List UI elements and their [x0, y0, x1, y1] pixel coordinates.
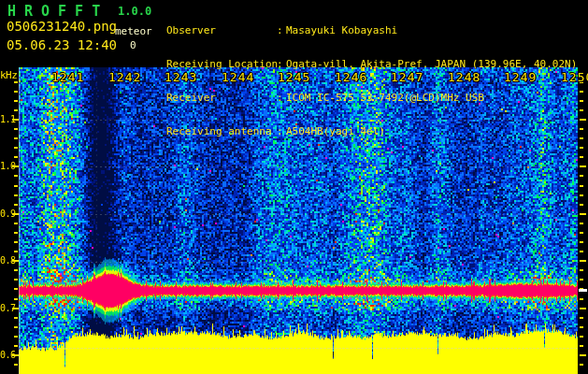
datetime-label: 05.06.23 12:40	[7, 37, 117, 52]
time-tick-label: 1245	[278, 70, 310, 84]
info-label: Observer	[166, 25, 277, 36]
freq-axis-unit: kHz	[0, 69, 17, 81]
info-colon: :	[277, 126, 286, 137]
info-row-observer: Observer:Masayuki Kobayashi	[166, 25, 577, 36]
time-tick-label: 1249	[504, 70, 537, 84]
info-row-antenna: Receiving antenna:A504HB(yagi 4el)	[166, 126, 577, 137]
info-label: Receiver	[166, 93, 277, 104]
time-tick-label: 1243	[165, 70, 197, 84]
freq-tick-label: 0.6	[0, 350, 19, 361]
time-tick-label: 1244	[222, 70, 254, 84]
freq-tick-label: 1.1	[0, 114, 19, 125]
time-tick-label: 1241	[51, 70, 84, 84]
info-label: Receiving antenna	[166, 126, 277, 137]
freq-tick-label: 1.0	[0, 161, 19, 172]
info-colon: :	[277, 93, 286, 104]
info-label: Receiving Location	[166, 59, 277, 70]
info-value: A504HB(yagi 4el)	[286, 126, 385, 137]
output-filename: 0506231240.png	[7, 19, 117, 34]
info-value: Ogata-vill. Akita-Pref. JAPAN (139.96E, …	[286, 59, 577, 70]
freq-tick-label: 0.8	[0, 255, 19, 266]
freq-tick-label: 0.7	[0, 303, 19, 314]
time-tick-label: 1248	[448, 70, 480, 84]
info-colon: :	[277, 25, 286, 36]
info-row-location: Receiving Location:Ogata-vill. Akita-Pre…	[166, 59, 577, 70]
time-tick-label: 1246	[335, 70, 367, 84]
meteor-count: 0	[130, 39, 136, 51]
info-value: ICOM IC-575 53.7492(@LCD)MHz USB	[286, 93, 484, 104]
time-tick-label: 1250	[561, 70, 588, 84]
app-title: HROFFT	[7, 3, 108, 20]
freq-tick-label: 0.9	[0, 209, 19, 220]
info-value: Masayuki Kobayashi	[286, 25, 397, 36]
mode-label: meteor	[115, 25, 152, 37]
time-tick-label: 1247	[391, 70, 423, 84]
app-version: 1.0.0	[118, 5, 151, 18]
hrofft-window: HROFFT 1.0.0 0506231240.png meteor 05.06…	[0, 0, 588, 374]
time-tick-label: 1242	[108, 70, 141, 84]
info-colon: :	[277, 59, 286, 70]
info-row-receiver: Receiver:ICOM IC-575 53.7492(@LCD)MHz US…	[166, 93, 577, 104]
